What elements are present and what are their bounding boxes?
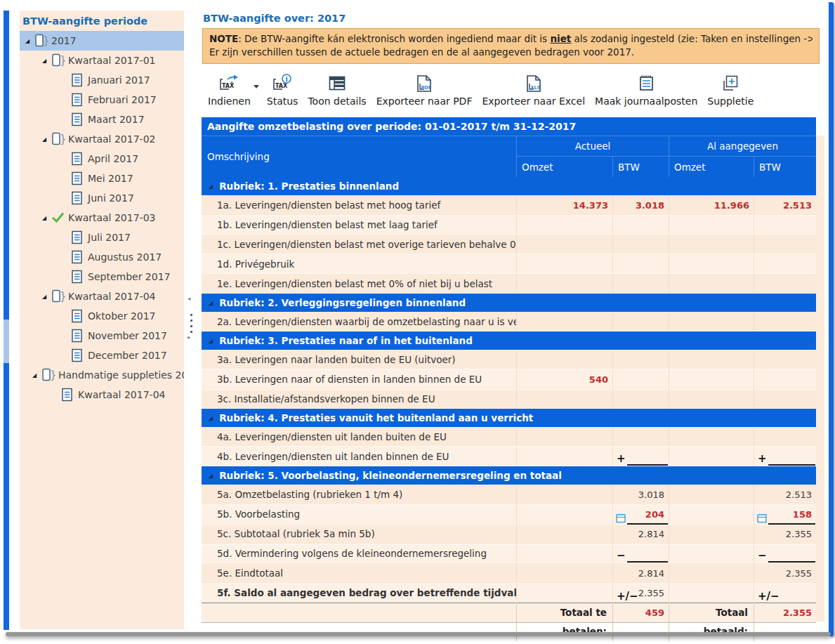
tree-item-label: September 2017 (88, 271, 170, 282)
section-header-label: Rubriek: 2. Verleggingsregelingen binnen… (219, 297, 466, 308)
page-icon (69, 269, 86, 284)
expand-arrow-icon[interactable]: ◢ (29, 372, 39, 379)
exporteer-naar-pdf-button[interactable]: PDFExporteer naar PDF (372, 71, 478, 107)
exporteer-naar-excel-button[interactable]: XLSExporteer naar Excel (477, 71, 590, 107)
collapse-arrow-icon[interactable]: ◢ (209, 300, 213, 306)
svg-text:XLS: XLS (530, 85, 540, 91)
vat-row-1d[interactable]: 1d. Privégebruik (202, 254, 816, 274)
status-button[interactable]: TAXiStatus (262, 71, 303, 107)
vat-row-5b[interactable]: 5b. Voorbelasting204158 (202, 504, 816, 524)
expand-arrow-icon[interactable]: ◢ (39, 58, 49, 64)
tree-item-label: April 2017 (88, 153, 138, 164)
expand-arrow-icon[interactable]: ◢ (22, 38, 32, 44)
collapse-arrow-icon[interactable]: ◢ (209, 473, 213, 479)
left-scrollbar-thumb[interactable] (4, 320, 9, 363)
vat-row-4b[interactable]: 4b. Leveringen/diensten uit landen binne… (202, 447, 816, 466)
cell-a-btw (612, 215, 669, 235)
vat-row-1a[interactable]: 1a. Leveringen/diensten belast met hoog … (202, 195, 816, 215)
collapse-arrow-icon[interactable]: ◢ (209, 415, 213, 421)
toon-details-button[interactable]: Toon details (303, 71, 371, 107)
tree-item-augustus-2017[interactable]: Augustus 2017 (20, 247, 184, 267)
amount-value: 540 (589, 374, 608, 385)
math-sign: − (758, 546, 767, 565)
vat-row-3c[interactable]: 3c. Installatie/afstandsverkopen binnen … (202, 389, 816, 409)
tree-item-kwartaal-2017-02[interactable]: ◢}Kwartaal 2017-02 (20, 129, 184, 149)
tree-item-december-2017[interactable]: December 2017 (20, 346, 184, 365)
tree-item-kwartaal-2017-04[interactable]: Kwartaal 2017-04 (20, 385, 184, 405)
collapse-left-icon[interactable]: ◂ (188, 295, 191, 302)
vat-row-1c[interactable]: 1c. Leveringen/diensten belast met overi… (202, 235, 816, 254)
tree-item-juli-2017[interactable]: Juli 2017 (20, 228, 184, 247)
row-label: 3a. Leveringen naar landen buiten de EU … (202, 350, 516, 369)
toolbar-button-label: Exporteer naar Excel (482, 96, 585, 107)
tree-item-2017[interactable]: ◢}2017 (20, 31, 184, 51)
tree-item-kwartaal-2017-01[interactable]: ◢}Kwartaal 2017-01 (20, 51, 184, 70)
tree-item-februari-2017[interactable]: Februari 2017 (20, 90, 184, 110)
details-table-icon (327, 72, 348, 95)
toolbar-button-label: Indienen (208, 96, 251, 107)
tree-item-label: Kwartaal 2017-02 (68, 133, 155, 145)
section-header-rubriek-1-prestaties-binnenland[interactable]: ◢Rubriek: 1. Prestaties binnenland (202, 177, 816, 195)
dropdown-arrow-icon[interactable] (254, 85, 259, 88)
tree-item-kwartaal-2017-03[interactable]: ◢Kwartaal 2017-03 (20, 208, 184, 228)
tree-item-maart-2017[interactable]: Maart 2017 (20, 110, 184, 129)
row-label: 3b. Leveringen naar of diensten in lande… (202, 369, 516, 390)
vat-row-5e[interactable]: 5e. Eindtotaal2.8142.355 (202, 563, 816, 583)
tree-item-handmatige-suppleties-2017[interactable]: ◢}Handmatige suppleties 2017 (20, 365, 184, 385)
panel-splitter[interactable]: ◂ ▸ (184, 11, 199, 629)
amount-value: 3.018 (638, 489, 664, 500)
expand-arrow-icon[interactable]: ◢ (39, 294, 49, 300)
tree-item-januari-2017[interactable]: Januari 2017 (20, 70, 184, 90)
tax-status-icon: TAXi (271, 72, 294, 95)
tree-item-label: Februari 2017 (88, 94, 157, 105)
splitter-grip-icon[interactable] (190, 314, 192, 334)
tree-item-label: Juli 2017 (88, 232, 131, 243)
tree-item-april-2017[interactable]: April 2017 (20, 149, 184, 169)
amount-value: 158 (793, 509, 812, 520)
book-icon: } (49, 53, 66, 68)
tree-item-september-2017[interactable]: September 2017 (20, 267, 184, 287)
tree-item-juni-2017[interactable]: Juni 2017 (20, 188, 184, 208)
row-label: 5a. Omzetbelasting (rubrieken 1 t/m 4) (202, 485, 516, 506)
main-panel: BTW-aangifte over: 2017 NOTE: De BTW-aan… (202, 11, 824, 629)
vat-row-5d[interactable]: 5d. Vermindering volgens de kleineondern… (202, 544, 816, 563)
row-label: 2a. Leveringen/diensten waarbij de omzet… (202, 312, 516, 331)
expand-arrow-icon[interactable]: ◢ (39, 136, 49, 143)
tree-item-label: Oktober 2017 (88, 310, 156, 322)
vat-row-5f[interactable]: 5f. Saldo al aangegeven bedrag over betr… (202, 583, 816, 603)
page-icon (69, 308, 86, 324)
tree-item-kwartaal-2017-04[interactable]: ◢}Kwartaal 2017-04 (20, 287, 184, 306)
vat-row-5a[interactable]: 5a. Omzetbelasting (rubrieken 1 t/m 4)3.… (202, 485, 816, 504)
maak-journaalposten-button[interactable]: Maak journaalposten (590, 71, 702, 107)
vat-row-2a[interactable]: 2a. Leveringen/diensten waarbij de omzet… (202, 312, 816, 331)
row-label: 4a. Leveringen/diensten uit landen buite… (202, 427, 516, 447)
tree-item-label: Augustus 2017 (88, 251, 162, 263)
table-scroll-gutter[interactable] (816, 136, 824, 622)
collapse-arrow-icon[interactable]: ◢ (209, 338, 213, 344)
section-header-rubriek-3-prestaties-naar-of-in-het-buitenland[interactable]: ◢Rubriek: 3. Prestaties naar of in het b… (202, 331, 816, 350)
book-icon: } (49, 131, 66, 147)
section-header-rubriek-2-verleggingsregelingen-binnenland[interactable]: ◢Rubriek: 2. Verleggingsregelingen binne… (202, 294, 816, 312)
vat-row-4a[interactable]: 4a. Leveringen/diensten uit landen buite… (202, 427, 816, 447)
col-group-actueel: Actueel (516, 136, 669, 156)
vat-row-1e[interactable]: 1e. Leveringen/diensten belast met 0% of… (202, 274, 816, 294)
section-header-rubriek-5-voorbelasting-kleineondernemersregeling-en-totaal[interactable]: ◢Rubriek: 5. Voorbelasting, kleineondern… (202, 466, 816, 485)
suppletie-button[interactable]: Suppletie (702, 71, 758, 107)
indienen-button[interactable]: TAXIndienen (203, 71, 256, 107)
cell-a-omzet (516, 254, 612, 274)
collapse-arrow-icon[interactable]: ◢ (209, 183, 213, 190)
cell-d-omzet (669, 235, 754, 254)
row-label: 1d. Privégebruik (202, 254, 516, 274)
left-scrollbar[interactable] (4, 11, 9, 630)
collapse-right-icon[interactable]: ▸ (188, 334, 191, 341)
tree-item-oktober-2017[interactable]: Oktober 2017 (20, 306, 184, 326)
expand-arrow-icon[interactable]: ◢ (39, 215, 49, 221)
section-header-rubriek-4-prestaties-vanuit-het-buitenland-aan-u-verricht[interactable]: ◢Rubriek: 4. Prestaties vanuit het buite… (202, 409, 816, 427)
vat-row-1b[interactable]: 1b. Leveringen/diensten belast met laag … (202, 215, 816, 235)
tree-item-november-2017[interactable]: November 2017 (20, 326, 184, 346)
vat-row-5c[interactable]: 5c. Subtotaal (rubriek 5a min 5b)2.8142.… (202, 524, 816, 544)
cell-d-btw: 2.513 (754, 195, 816, 216)
vat-row-3b[interactable]: 3b. Leveringen naar of diensten in lande… (202, 369, 816, 389)
vat-row-3a[interactable]: 3a. Leveringen naar landen buiten de EU … (202, 350, 816, 369)
tree-item-mei-2017[interactable]: Mei 2017 (20, 169, 184, 188)
